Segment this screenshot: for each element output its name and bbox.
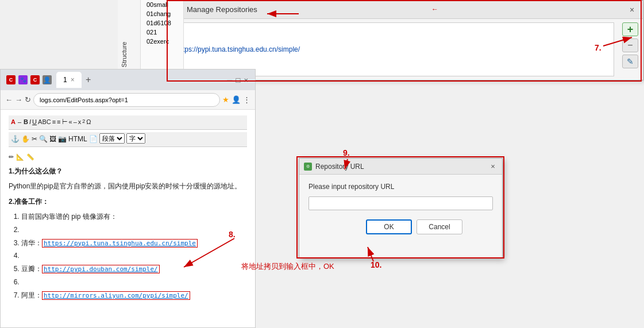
browser-window: C 🐾 C 👤 1 × + ─ □ × ← → ↻ ★ 👤 ⋮ A – B (0, 69, 256, 328)
repo-action-buttons: + − ✎ (618, 19, 643, 80)
toolbar-format-btn[interactable]: ≡ (57, 117, 60, 128)
favicon-person: 👤 (43, 75, 52, 84)
content-para1: Python里的pip是官方自带的源，国内使用pip安装的时候十分缓慢的源地址。 (9, 180, 247, 193)
toolbar-a-btn[interactable]: A (11, 117, 16, 128)
forward-button[interactable]: → (15, 95, 22, 104)
toolbar-i-btn[interactable]: I (29, 117, 31, 128)
profile-button[interactable]: 👤 (232, 95, 241, 104)
aliyun-url[interactable]: http://mirrors.aliyun.com/pypi/simple/ (42, 291, 190, 300)
browser-tab-bar: C 🐾 C 👤 1 × + ─ □ × (1, 70, 255, 90)
dialog-titlebar: ⚙ Repository URL × (299, 159, 502, 175)
toolbar-anchor-btn[interactable]: ⚓ (11, 133, 20, 146)
list-item-3: 清华：https://pypi.tuna.tsinghua.edu.cn/sim… (21, 237, 247, 250)
content-section: 2.准备工作： (9, 196, 247, 209)
list-item-2 (21, 223, 247, 237)
file-list-item[interactable]: 021 (141, 28, 183, 37)
annotation-10: 10. (371, 260, 381, 269)
structure-label: Z: Structure (118, 0, 130, 80)
menu-button[interactable]: ⋮ (243, 95, 250, 104)
address-bar-row: ← → ↻ ★ 👤 ⋮ (1, 90, 255, 110)
close-window-button[interactable]: × (244, 76, 248, 84)
file-list-item[interactable]: 00small (141, 0, 183, 9)
manage-repo-titlebar: ⚙ Manage Repositories ← × (167, 1, 643, 19)
list-item-7: 阿里：http://mirrors.aliyun.com/pypi/simple… (21, 289, 247, 302)
repo-url-display: https://pypi.tuna.tsinghua.edu.cn/simple… (171, 22, 614, 76)
toolbar-abc-btn[interactable]: ABC (38, 117, 51, 128)
tab-close-button[interactable]: × (71, 76, 75, 84)
bookmark-button[interactable]: ★ (222, 95, 229, 104)
toolbar-indent-btn[interactable]: ⊢ (62, 117, 68, 128)
list-item-4 (21, 249, 247, 263)
dialog-title: Repository URL (315, 163, 485, 171)
dialog-close-button[interactable]: × (488, 162, 498, 171)
toolbar-quote-btn[interactable]: « (69, 117, 72, 128)
toolbar-x-sup-btn[interactable]: 2 (82, 117, 85, 128)
browser-tab-active[interactable]: 1 × (56, 72, 82, 88)
toolbar-row-3: ✏ 📐 📏 (9, 152, 247, 163)
manage-repo-close-button[interactable]: × (627, 5, 637, 15)
toolbar-b-btn[interactable]: B (24, 117, 28, 128)
toolbar-img-btn[interactable]: 🖼 (49, 133, 56, 146)
tab-number: 1 (63, 76, 67, 84)
font-select[interactable]: 字 (126, 133, 145, 144)
toolbar-list-btn[interactable]: ≡ (52, 117, 56, 128)
toolbar-x-sub-btn[interactable]: x (78, 117, 82, 128)
dialog-buttons: OK Cancel (366, 219, 493, 234)
editor-toolbar-2: ⚓ ✋ ✂ 🔍 🖼 📷 HTML 📄 段落 字 (9, 132, 247, 148)
repository-url-input[interactable] (308, 196, 493, 210)
dialog-prompt-label: Please input repository URL (308, 183, 493, 191)
toolbar-omega-btn[interactable]: Ω (86, 117, 91, 128)
maximize-button[interactable]: □ (236, 76, 241, 84)
toolbar-u-btn[interactable]: U (32, 117, 37, 128)
structure-panel: Z: Structure (118, 0, 141, 80)
file-list-item[interactable]: 01d6108 (141, 18, 183, 28)
toolbar-hand-btn[interactable]: ✋ (21, 133, 30, 146)
repository-url-dialog: ⚙ Repository URL × Please input reposito… (299, 158, 503, 258)
list-item-6 (21, 276, 247, 289)
dialog-ok-button[interactable]: OK (366, 219, 412, 234)
edit-repo-button[interactable]: ✎ (622, 55, 638, 68)
dialog-title-icon: ⚙ (304, 163, 312, 171)
toolbar-scissors-btn[interactable]: ✂ (32, 133, 37, 146)
toolbar-html-btn[interactable]: HTML (68, 133, 87, 146)
douban-url[interactable]: http://pypi.douban.com/simple/ (42, 265, 160, 273)
refresh-button[interactable]: ↻ (25, 95, 31, 104)
new-tab-button[interactable]: + (82, 73, 95, 87)
favicon-c1: C (6, 75, 16, 84)
annotation-9: 9. (343, 148, 350, 157)
address-input[interactable] (33, 93, 220, 107)
dialog-body: Please input repository URL OK Cancel (299, 175, 502, 242)
minimize-button[interactable]: ─ (227, 76, 232, 84)
toolbar-strike-btn[interactable]: – (74, 117, 77, 128)
content-title: 1.为什么这么做？ (9, 165, 247, 178)
browser-content: A – B I U ABC ≡ ≡ ⊢ « – x 2 Ω ⚓ ✋ ✂ 🔍 🖼 … (1, 110, 255, 328)
file-list-item[interactable]: 02exerc (141, 37, 183, 46)
toolbar-search-btn[interactable]: 🔍 (39, 133, 48, 146)
favicon-paw: 🐾 (18, 75, 28, 84)
back-button[interactable]: ← (5, 95, 13, 104)
pip-list: 目前国内靠谱的 pip 镜像源有： 清华：https://pypi.tuna.t… (9, 210, 247, 302)
toolbar-page-btn[interactable]: 📄 (89, 133, 98, 146)
add-repo-button[interactable]: + (622, 22, 638, 36)
manage-repositories-window: ⚙ Manage Repositories ← × https://pypi.t… (167, 0, 643, 80)
manage-repo-title: Manage Repositories (187, 5, 622, 14)
dialog-cancel-button[interactable]: Cancel (417, 219, 462, 234)
repo-url-text: https://pypi.tuna.tsinghua.edu.cn/simple… (177, 45, 300, 53)
list-item-5: 豆瓣：http://pypi.douban.com/simple/ (21, 263, 247, 276)
paragraph-select[interactable]: 段落 (99, 133, 125, 144)
toolbar-img2-btn[interactable]: 📷 (58, 133, 67, 146)
list-item-1: 目前国内靠谱的 pip 镜像源有： (21, 210, 247, 223)
file-list-panel: 00small 01chang 01d6108 021 02exerc (141, 0, 184, 69)
qinghua-url[interactable]: https://pypi.tuna.tsinghua.edu.cn/simple (42, 239, 198, 248)
editor-toolbar: A – B I U ABC ≡ ≡ ⊢ « – x 2 Ω (9, 115, 247, 130)
remove-repo-button[interactable]: − (622, 38, 638, 52)
browser-favicons: C 🐾 C 👤 (4, 75, 54, 84)
file-list-item[interactable]: 01chang (141, 9, 183, 18)
window-controls: ─ □ × (227, 76, 252, 84)
favicon-c2: C (30, 75, 40, 84)
